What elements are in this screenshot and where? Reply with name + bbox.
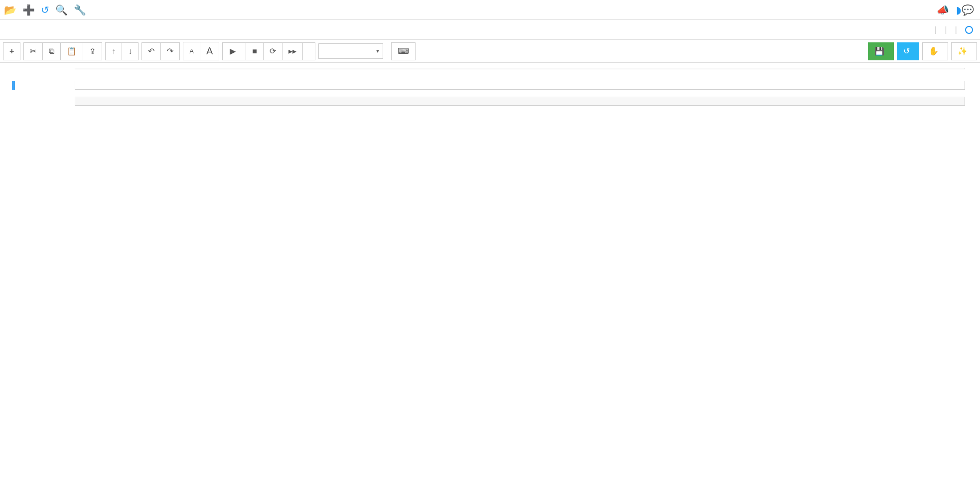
search-icon[interactable]: 🔍	[55, 4, 68, 16]
halt-button[interactable]: ✋	[922, 42, 948, 60]
chart-output	[75, 111, 965, 114]
run-all-button[interactable]: ▸▸	[282, 42, 303, 60]
notebook-toolbar: + ✂ ⧉ 📋 ⇪ ↑ ↓ ↶ ↷ A A ▶ ■ ⟳ ▸▸ ⌨ 💾 ↺ ✋ ✨	[0, 40, 980, 63]
megaphone-icon[interactable]: 📣	[937, 4, 949, 16]
code-cell[interactable]	[15, 68, 965, 72]
top-file-tab-bar: 📂 ➕ ↺ 🔍 🔧 📣 ◗💬	[0, 0, 980, 20]
timetravel-button[interactable]: ↺	[897, 42, 919, 60]
input-prompt	[15, 97, 75, 114]
code-input[interactable]	[75, 97, 965, 106]
new-file-icon[interactable]: ➕	[22, 4, 35, 16]
cell-selection-bar	[12, 81, 15, 90]
code-cell[interactable]	[15, 81, 965, 90]
format-button[interactable]: ⇪	[83, 42, 102, 60]
keyboard-button[interactable]: ⌨	[391, 42, 416, 60]
code-input[interactable]	[75, 68, 965, 69]
redo-button[interactable]: ↷	[161, 42, 180, 60]
folder-open-icon[interactable]: 📂	[4, 4, 16, 16]
move-up-button[interactable]: ↑	[105, 42, 122, 60]
output-cell	[15, 118, 965, 122]
input-prompt	[15, 81, 75, 90]
chat-icon[interactable]: ◗💬	[956, 4, 974, 16]
notebook-status: | | |	[931, 25, 977, 35]
assistant-button[interactable]: ✨	[951, 42, 977, 60]
top-icon-group: 📂 ➕ ↺ 🔍 🔧	[0, 4, 91, 16]
save-button[interactable]: 💾	[868, 42, 894, 60]
notebook-body	[0, 63, 980, 141]
move-down-button[interactable]: ↓	[122, 42, 139, 60]
wrench-icon[interactable]: 🔧	[74, 4, 86, 16]
code-cell[interactable]	[15, 97, 965, 114]
copy-button[interactable]: ⧉	[43, 42, 61, 60]
add-cell-button[interactable]: +	[3, 42, 20, 60]
cell-output-text	[75, 106, 965, 111]
stop-button[interactable]: ■	[246, 42, 264, 60]
restart-button[interactable]: ⟳	[264, 42, 282, 60]
run-button[interactable]: ▶	[222, 42, 246, 60]
undo-button[interactable]: ↶	[141, 42, 161, 60]
tab-bar	[91, 0, 931, 19]
cut-button[interactable]: ✂	[23, 42, 43, 60]
top-right-icons: 📣 ◗💬	[931, 4, 980, 16]
code-input[interactable]	[75, 81, 965, 90]
paste-button[interactable]: 📋	[61, 42, 83, 60]
cell-type-select[interactable]	[318, 43, 383, 59]
font-large-button[interactable]: A	[200, 42, 219, 60]
font-small-button[interactable]: A	[183, 42, 200, 60]
output-prompt	[15, 118, 75, 122]
menu-bar: | | |	[0, 20, 980, 40]
kernel-idle-icon	[965, 26, 973, 34]
input-prompt	[15, 68, 75, 72]
history-icon[interactable]: ↺	[41, 4, 49, 16]
tab-button[interactable]	[303, 42, 315, 60]
